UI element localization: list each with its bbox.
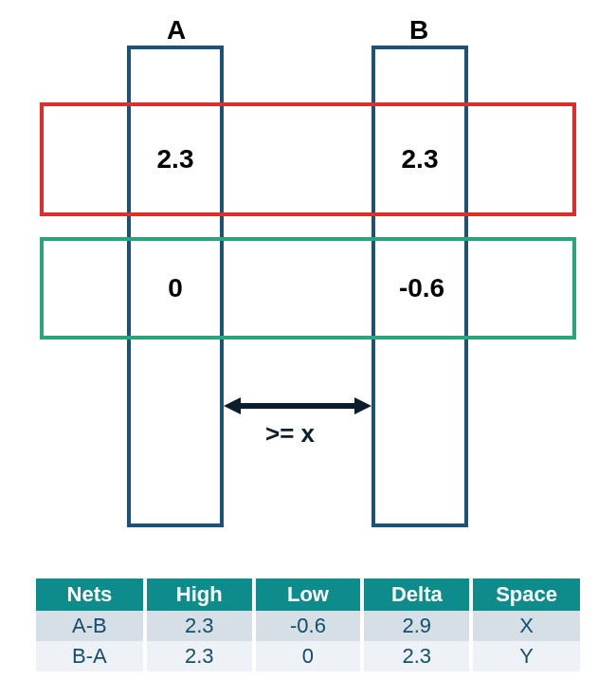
th-nets: Nets [36, 579, 145, 611]
green-b-value: -0.6 [379, 273, 464, 303]
table-header-row: Nets High Low Delta Space [36, 579, 580, 611]
cell-low: -0.6 [254, 611, 363, 641]
cell-delta: 2.9 [362, 611, 471, 641]
nets-table: Nets High Low Delta Space A-B 2.3 -0.6 2… [36, 579, 580, 671]
cell-delta: 2.3 [362, 641, 471, 671]
red-row-rect [40, 102, 576, 216]
cell-space: X [471, 611, 580, 641]
column-b-label: B [409, 15, 428, 46]
spacing-label: >= x [265, 419, 315, 449]
diagram-canvas: A B 2.3 2.3 0 -0.6 >= x Nets High Low De… [0, 0, 616, 698]
svg-marker-1 [224, 397, 241, 414]
cell-low: 0 [254, 641, 363, 671]
green-a-value: 0 [142, 273, 208, 303]
cell-space: Y [471, 641, 580, 671]
th-low: Low [254, 579, 363, 611]
red-b-value: 2.3 [387, 144, 453, 174]
svg-marker-2 [354, 397, 371, 414]
cell-high: 2.3 [145, 641, 254, 671]
red-a-value: 2.3 [142, 144, 208, 174]
th-delta: Delta [362, 579, 471, 611]
table-row: B-A 2.3 0 2.3 Y [36, 641, 580, 671]
cell-nets: A-B [36, 611, 145, 641]
green-row-rect [40, 237, 576, 340]
cell-nets: B-A [36, 641, 145, 671]
spacing-arrow-icon [224, 395, 371, 417]
th-high: High [145, 579, 254, 611]
th-space: Space [471, 579, 580, 611]
column-a-label: A [167, 15, 186, 46]
cell-high: 2.3 [145, 611, 254, 641]
table-row: A-B 2.3 -0.6 2.9 X [36, 611, 580, 641]
